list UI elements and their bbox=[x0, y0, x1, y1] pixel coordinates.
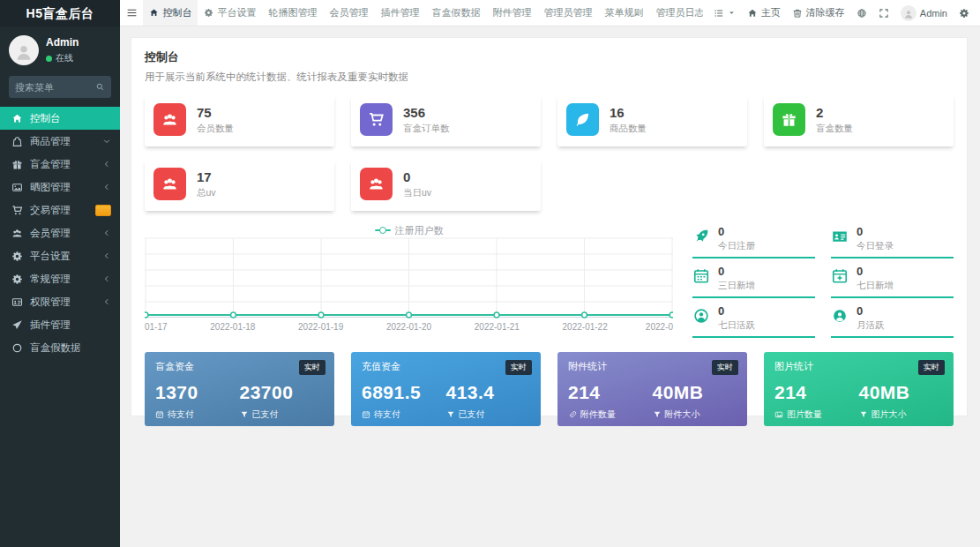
x-tick: 2022-01-18 bbox=[210, 322, 255, 332]
sidebar-item-goods[interactable]: 商品管理 bbox=[0, 130, 120, 153]
home-link[interactable]: 主页 bbox=[747, 6, 781, 19]
settings-button[interactable] bbox=[959, 8, 969, 19]
stat-card-members: 75会员数量 bbox=[145, 95, 334, 146]
user-menu[interactable]: Admin bbox=[901, 5, 947, 21]
fullscreen-button[interactable] bbox=[879, 8, 889, 19]
realtime-badge: 实时 bbox=[299, 360, 325, 375]
avatar[interactable] bbox=[9, 35, 39, 65]
gear-icon bbox=[11, 274, 23, 285]
quick-stat-7day-active: 0七日活跃 bbox=[692, 304, 815, 338]
sidebar-menu: 控制台 商品管理 盲盒管理 晒图管理 交易管理 会员管理 平台设置 常规管理 权… bbox=[0, 107, 120, 359]
gear-icon bbox=[11, 251, 23, 262]
tab-plugins[interactable]: 插件管理 bbox=[374, 0, 425, 26]
tab-menu-rules[interactable]: 菜单规则 bbox=[598, 0, 649, 26]
tab-fakedata[interactable]: 盲盒假数据 bbox=[425, 0, 486, 26]
gift-icon bbox=[11, 159, 23, 170]
users-icon bbox=[11, 228, 23, 239]
sidebar-item-fakedata[interactable]: 盲盒假数据 bbox=[0, 336, 120, 359]
sidebar: H5盲盒后台 Admin 在线 控制台 商品管理 盲盒管理 晒图管理 交易管理 … bbox=[0, 0, 120, 547]
stat-label: 总uv bbox=[197, 187, 216, 199]
stat-label: 盲盒数量 bbox=[816, 123, 853, 135]
summary-card-attachments: 附件统计 实时 214附件数量 40MB附件大小 bbox=[557, 352, 747, 426]
user-status: 在线 bbox=[56, 52, 73, 64]
funnel-icon bbox=[240, 410, 249, 419]
stat-card-orders: 356盲盒订单数 bbox=[351, 95, 541, 146]
x-tick: 2022-0 bbox=[646, 322, 673, 332]
home-icon bbox=[11, 113, 23, 124]
x-tick: 2022-01-20 bbox=[386, 322, 431, 332]
language-icon bbox=[857, 8, 867, 19]
gift-icon bbox=[781, 111, 797, 128]
sidebar-item-platform[interactable]: 平台设置 bbox=[0, 244, 120, 267]
chevron-down-icon bbox=[102, 137, 111, 146]
realtime-badge: 实时 bbox=[918, 360, 945, 375]
bag-icon bbox=[11, 136, 23, 147]
chevron-left-icon bbox=[102, 251, 111, 260]
user-name: Admin bbox=[46, 36, 79, 49]
tab-platform-settings[interactable]: 平台设置 bbox=[198, 0, 262, 26]
user-circle-icon bbox=[692, 307, 710, 325]
search-icon[interactable] bbox=[95, 82, 105, 92]
menu-search bbox=[9, 76, 111, 98]
page-description: 用于展示当前系统中的统计数据、统计报表及重要实时数据 bbox=[145, 71, 954, 84]
sidebar-item-members[interactable]: 会员管理 bbox=[0, 221, 120, 244]
hamburger-icon bbox=[126, 7, 138, 19]
stat-cards: 75会员数量 356盲盒订单数 16商品数量 2盲盒数量 17总uv 0当日uv bbox=[131, 92, 967, 211]
tab-admins[interactable]: 管理员管理 bbox=[537, 0, 598, 26]
gear-icon bbox=[204, 8, 213, 18]
menu-search-input[interactable] bbox=[15, 82, 95, 93]
users-icon bbox=[368, 176, 385, 192]
page-title: 控制台 bbox=[145, 49, 954, 65]
tab-dashboard[interactable]: 控制台 bbox=[143, 0, 198, 26]
stat-value: 0 bbox=[403, 169, 431, 184]
sidebar-item-permissions[interactable]: 权限管理 bbox=[0, 290, 120, 313]
tab-members[interactable]: 会员管理 bbox=[323, 0, 374, 26]
x-tick: 2022-01-21 bbox=[475, 322, 520, 332]
dashboard-panel: 控制台 用于展示当前系统中的统计数据、统计报表及重要实时数据 75会员数量 35… bbox=[131, 37, 968, 416]
language-button[interactable] bbox=[857, 8, 867, 19]
stat-card-boxes: 2盲盒数量 bbox=[764, 95, 954, 146]
users-icon bbox=[161, 176, 178, 192]
tab-attachments[interactable]: 附件管理 bbox=[486, 0, 537, 26]
sidebar-item-showphotos[interactable]: 晒图管理 bbox=[0, 176, 120, 199]
circle-icon bbox=[11, 342, 23, 354]
sidebar-item-general[interactable]: 常规管理 bbox=[0, 267, 120, 290]
sidebar-item-blindbox[interactable]: 盲盒管理 bbox=[0, 153, 120, 176]
summary-card-images: 图片统计 实时 214图片数量 40MB图片大小 bbox=[764, 352, 954, 426]
rocket-icon bbox=[692, 228, 710, 245]
chevron-left-icon bbox=[102, 183, 111, 191]
online-status-dot bbox=[46, 56, 52, 62]
funnel-icon bbox=[859, 410, 868, 419]
stat-label: 商品数量 bbox=[610, 123, 647, 135]
calendar-icon bbox=[692, 267, 710, 285]
gear-icon bbox=[959, 8, 969, 19]
tab-admin-logs[interactable]: 管理员日志 bbox=[649, 0, 702, 26]
trade-badge bbox=[95, 205, 111, 216]
stat-card-total-uv: 17总uv bbox=[145, 160, 334, 211]
quick-stat-3day-new: 0三日新增 bbox=[692, 265, 815, 298]
trash-icon bbox=[792, 8, 803, 19]
stat-value: 2 bbox=[816, 105, 853, 120]
paper-plane-icon bbox=[11, 319, 23, 331]
funnel-icon bbox=[653, 410, 662, 419]
sidebar-toggle-button[interactable] bbox=[120, 0, 143, 26]
clear-cache-button[interactable]: 清除缓存 bbox=[792, 6, 845, 19]
chart-legend[interactable]: 注册用户数 bbox=[145, 223, 673, 237]
calendar-icon bbox=[362, 410, 370, 419]
stat-label: 当日uv bbox=[403, 187, 431, 199]
calendar-icon bbox=[155, 410, 164, 419]
sidebar-item-plugins[interactable]: 插件管理 bbox=[0, 313, 120, 336]
sidebar-item-trade[interactable]: 交易管理 bbox=[0, 199, 120, 221]
registered-users-chart: 注册用户数 01-17 2022-01-18 2022-01-19 bbox=[145, 223, 673, 338]
sidebar-item-dashboard[interactable]: 控制台 bbox=[0, 107, 120, 130]
person-icon bbox=[903, 9, 914, 19]
tab-carousel[interactable]: 轮播图管理 bbox=[262, 0, 323, 26]
cart-icon bbox=[11, 205, 23, 216]
stat-label: 盲盒订单数 bbox=[403, 123, 450, 135]
stat-card-today-uv: 0当日uv bbox=[351, 160, 541, 211]
users-icon bbox=[161, 111, 178, 128]
legend-marker bbox=[375, 229, 391, 231]
id-card-icon bbox=[831, 228, 849, 245]
tab-list-dropdown[interactable] bbox=[714, 8, 736, 19]
chevron-left-icon bbox=[102, 229, 111, 237]
